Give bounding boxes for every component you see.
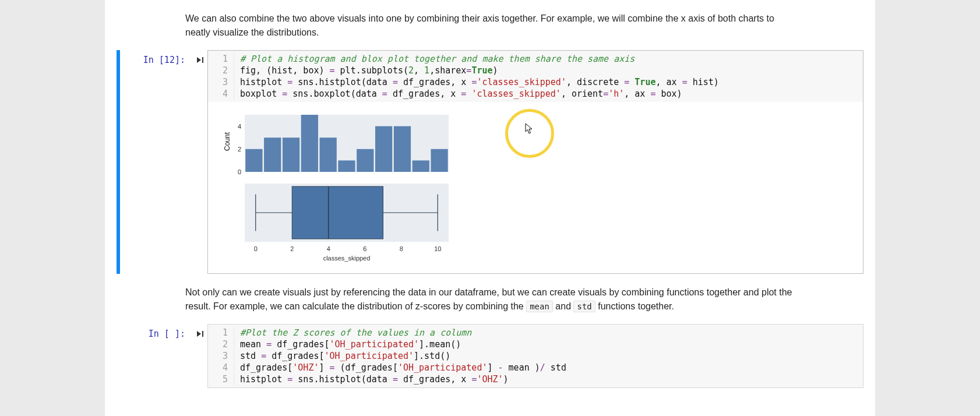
svg-text:4: 4 xyxy=(238,123,241,130)
svg-rect-9 xyxy=(338,160,355,172)
svg-text:4: 4 xyxy=(327,245,330,252)
svg-rect-14 xyxy=(431,149,447,172)
svg-rect-4 xyxy=(245,149,262,172)
svg-rect-11 xyxy=(375,126,392,172)
markdown-paragraph-2: Not only can we create visuals just by r… xyxy=(185,285,795,313)
svg-rect-6 xyxy=(283,138,299,172)
code-lines[interactable]: #Plot the Z scores of the values in a co… xyxy=(234,327,566,385)
code-cell-12[interactable]: In [12]: 1 2 3 4 # Plot a histogram and … xyxy=(117,50,863,274)
svg-text:6: 6 xyxy=(363,245,366,252)
svg-rect-10 xyxy=(357,149,373,172)
svg-rect-13 xyxy=(413,160,429,172)
code-cell-empty[interactable]: In [ ]: 1 2 3 4 5 #Plot the Z scores of … xyxy=(117,324,863,388)
annotation-highlight-circle xyxy=(505,109,554,158)
svg-text:0: 0 xyxy=(238,168,241,175)
combined-plot: Count 024 0246810classes_skipped xyxy=(230,110,452,267)
svg-text:2: 2 xyxy=(238,146,241,153)
svg-text:8: 8 xyxy=(400,245,403,252)
svg-rect-19 xyxy=(292,186,383,239)
line-gutter: 1 2 3 4 xyxy=(208,53,234,100)
hist-ylabel: Count xyxy=(223,132,231,151)
run-cell-icon[interactable] xyxy=(192,324,207,388)
svg-text:2: 2 xyxy=(290,245,294,252)
svg-text:10: 10 xyxy=(434,245,441,252)
cell-prompt: In [12]: xyxy=(120,50,192,274)
svg-rect-12 xyxy=(394,126,411,172)
cell-prompt: In [ ]: xyxy=(120,324,192,388)
svg-rect-8 xyxy=(320,138,337,172)
line-gutter: 1 2 3 4 5 xyxy=(208,327,234,385)
histogram-plot: 024 xyxy=(230,110,452,180)
svg-text:classes_skipped: classes_skipped xyxy=(323,255,371,262)
code-editor[interactable]: 1 2 3 4 # Plot a histogram and blox plot… xyxy=(208,51,863,102)
inline-code-mean: mean xyxy=(526,301,553,312)
svg-text:0: 0 xyxy=(254,245,258,252)
mouse-cursor-icon xyxy=(525,123,533,135)
code-editor[interactable]: 1 2 3 4 5 #Plot the Z scores of the valu… xyxy=(208,325,863,387)
code-lines[interactable]: # Plot a histogram and blox plot togethe… xyxy=(234,53,719,100)
cell-output: Count 024 0246810classes_skipped xyxy=(208,102,863,273)
boxplot-plot: 0246810classes_skipped xyxy=(230,180,452,267)
run-cell-icon[interactable] xyxy=(192,50,207,274)
svg-rect-7 xyxy=(301,115,318,172)
svg-rect-5 xyxy=(264,138,281,172)
markdown-paragraph-1: We can also combine the two above visual… xyxy=(185,12,795,40)
inline-code-std: std xyxy=(573,301,595,312)
